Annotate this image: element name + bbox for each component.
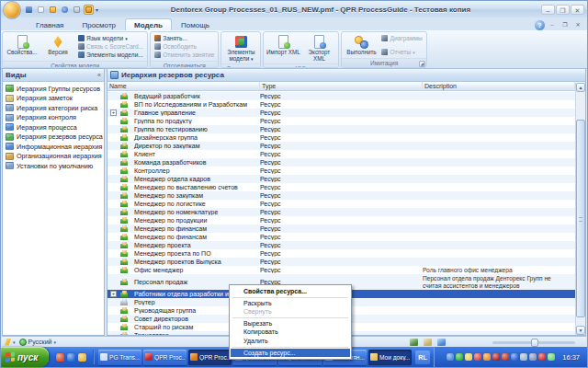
start-button[interactable]: пуск <box>1 347 49 367</box>
context-menu-item-7[interactable]: Удалить <box>231 337 350 346</box>
table-row[interactable]: Офис менеджерРесурсРоль главного офис ме… <box>107 266 575 274</box>
table-row[interactable]: Менеджер по выставлению счетовРесурс <box>107 183 575 191</box>
taskbar-task-6[interactable]: Мои доку... <box>368 350 412 365</box>
clock[interactable]: 16:37 <box>562 353 580 362</box>
collapse-pane-icon[interactable]: « <box>97 72 101 78</box>
table-row[interactable]: Команда разработчиковРесурс <box>107 158 575 167</box>
sidebar-item-2[interactable]: Иерархия категории риска <box>4 103 103 113</box>
context-menu-item-5[interactable]: Вырезать <box>231 319 350 328</box>
tray-m-icon[interactable] <box>502 353 509 361</box>
table-row[interactable]: Менеджер отдела кадровРесурс <box>107 175 575 183</box>
column-header-description[interactable]: Description <box>423 82 575 90</box>
table-row[interactable]: Менеджер по финансамРесурс <box>107 233 575 241</box>
language-dropdown-icon[interactable]: ▾ <box>54 339 57 345</box>
context-menu-item-2[interactable]: Раскрыть <box>231 299 350 308</box>
table-row[interactable]: Менеджер по закупкамРесурс <box>107 191 575 200</box>
pencil-icon[interactable] <box>5 339 11 346</box>
table-row[interactable]: Менеджер по продукцииРесурс <box>107 216 575 224</box>
expand-icon[interactable]: + <box>110 291 117 297</box>
table-row[interactable]: Дизайнерская группаРесурс <box>107 133 575 142</box>
undo-icon[interactable] <box>60 5 70 15</box>
tab-главная[interactable]: Главная <box>27 18 73 30</box>
tray-blue-icon[interactable] <box>511 353 518 361</box>
version-button[interactable]: Версия <box>40 33 75 60</box>
maximize-button[interactable]: ❐ <box>556 5 570 15</box>
table-row[interactable]: Ведущий разработчикРесурс <box>107 92 575 100</box>
zoom-slider-thumb[interactable] <box>531 339 538 347</box>
context-menu-item-9[interactable]: Создать ресурс... <box>231 349 350 358</box>
sidebar-item-6[interactable]: Информационная иерархия <box>4 142 103 152</box>
launch-app2-icon[interactable] <box>67 353 75 362</box>
sidebar-item-0[interactable]: Иерархия Группы ресурсов <box>4 84 103 94</box>
mail-icon[interactable] <box>84 5 94 15</box>
tray-volume-icon[interactable] <box>548 353 555 361</box>
save-icon[interactable] <box>24 5 34 15</box>
office-orb-button[interactable] <box>3 1 21 19</box>
print-icon[interactable] <box>72 5 82 15</box>
dialog-launcher-icon[interactable]: ◢ <box>419 61 425 67</box>
context-menu-item-6[interactable]: Копировать <box>231 328 350 337</box>
launch-app1-icon[interactable] <box>56 353 64 362</box>
table-row[interactable]: КлиентРесурс <box>107 150 575 158</box>
taskbar-task-0[interactable]: PG Trans... <box>98 350 141 365</box>
scroll-down-icon[interactable]: ▼ <box>576 326 585 335</box>
table-row[interactable]: Менеджер по финансамРесурс <box>107 224 575 233</box>
pencil-dropdown-icon[interactable]: ▾ <box>13 339 16 345</box>
table-row[interactable]: Менеджер по логистикеРесурс <box>107 200 575 208</box>
model-properties-button[interactable]: Свойства... <box>5 33 40 60</box>
checkout-button[interactable]: Занять... <box>153 34 216 42</box>
import-xml-button[interactable]: Импорт XML <box>266 33 300 63</box>
new-document-icon[interactable] <box>36 5 46 15</box>
sidebar-item-8[interactable]: Установки по умолчанию <box>4 161 103 171</box>
doc-restore-button[interactable]: ❐ <box>560 21 571 29</box>
table-row[interactable]: Группа по продуктуРесурс <box>107 117 575 125</box>
model-elements-list-button[interactable]: Элементы модели... <box>76 51 145 59</box>
doc-minimize-button[interactable]: – <box>547 21 558 29</box>
scroll-up-icon[interactable]: ▲ <box>576 83 585 92</box>
sidebar-item-5[interactable]: Иерархия резервов ресурса <box>4 132 103 143</box>
table-row[interactable]: +Главное управлениеРесурс <box>107 109 575 117</box>
help-icon[interactable]: ? <box>535 20 545 30</box>
taskbar-language-indicator[interactable]: RL <box>415 351 430 364</box>
column-header-type[interactable]: Type <box>260 82 423 90</box>
model-elements-button[interactable]: Элементы модели ▾ <box>223 33 258 63</box>
sidebar-item-1[interactable]: Иерархия заметок <box>4 94 103 104</box>
table-row[interactable]: Менеджер проектов ВыпускаРесурс <box>107 258 575 266</box>
open-icon[interactable] <box>48 5 58 15</box>
context-menu-item-0[interactable]: Свойства ресурса... <box>231 287 350 296</box>
table-row[interactable]: Директор по закупкамРесурс <box>107 142 575 150</box>
close-button[interactable]: ✕ <box>571 5 584 15</box>
doc-close-button[interactable]: ✕ <box>572 21 583 29</box>
tray-green-icon[interactable] <box>456 353 463 361</box>
launch-app3-icon[interactable] <box>78 353 86 362</box>
tray-shield-icon[interactable] <box>492 353 500 361</box>
tray-orange-icon[interactable] <box>483 353 491 361</box>
column-header-name[interactable]: Name <box>107 82 260 90</box>
tray-yellow-icon[interactable] <box>465 353 472 361</box>
table-row[interactable]: КонтроллерРесурс <box>107 167 575 175</box>
table-row[interactable]: Группа по тестированиюРесурс <box>107 125 575 133</box>
table-row[interactable]: Менеджер проектаРесурс <box>107 241 575 249</box>
export-xml-button[interactable]: Экспорт XML <box>301 33 336 63</box>
tray-network-icon[interactable] <box>447 353 454 361</box>
zoom-slider[interactable] <box>492 341 575 344</box>
tray-av-icon[interactable] <box>538 353 546 361</box>
taskbar-task-2[interactable]: QPR Proc... <box>188 350 232 365</box>
tab-помощь[interactable]: Помощь <box>172 18 219 30</box>
tab-просмотр[interactable]: Просмотр <box>73 18 125 30</box>
table-row[interactable]: ВП по Исследованиям и РазработкамРесурс <box>107 100 575 109</box>
vertical-scrollbar[interactable]: ▲ ▼ <box>575 83 585 335</box>
sidebar-item-7[interactable]: Организационная иерархия <box>4 152 103 162</box>
run-simulation-button[interactable]: Выполнить <box>344 33 379 57</box>
expand-icon[interactable]: + <box>110 109 117 116</box>
qat-more-icon[interactable]: ▾ <box>94 6 100 13</box>
sidebar-item-3[interactable]: Иерархия контроля <box>4 113 103 123</box>
model-language-button[interactable]: Язык модели▾ <box>76 34 145 42</box>
scrollbar-thumb[interactable] <box>576 120 585 317</box>
minimize-button[interactable]: – <box>541 5 555 15</box>
tray-gray-icon[interactable] <box>520 353 527 361</box>
sidebar-item-4[interactable]: Иерархия процесса <box>4 122 103 132</box>
tab-модель[interactable]: Модель <box>125 18 172 30</box>
language-label[interactable]: Русский <box>28 339 52 345</box>
table-row[interactable]: Менеджер по номенклатуреРесурс <box>107 208 575 216</box>
